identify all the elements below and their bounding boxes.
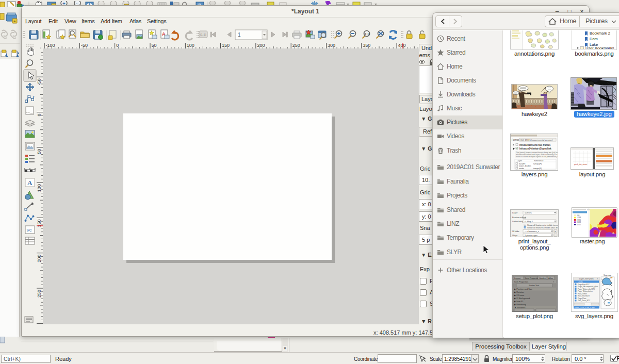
svg-text:Bookmark 2: Bookmark 2	[590, 31, 610, 36]
svg-text:▶ Item ID: ▶ Item ID	[514, 300, 523, 303]
svg-text:▶ Position and Size: ▶ Position and Size	[514, 288, 533, 290]
svg-text:tampa(P): tampa(P)	[533, 162, 542, 165]
svg-text:¥ photo-signs: ¥ photo-signs	[525, 234, 537, 237]
svg-text:ToR_Paris_BTC: ToR_Paris_BTC	[578, 300, 591, 302]
svg-text:-50: -50	[37, 78, 42, 85]
svg-text:Item Properties: Item Properties	[514, 280, 528, 283]
svg-text:50: 50	[152, 43, 157, 48]
svg-text:water is alone multiple layers: water is alone multiple layers is set [i…	[516, 156, 558, 158]
svg-text:▼ Variables: ▼ Variables	[514, 306, 525, 309]
svg-text:Linked map: Linked map	[512, 220, 524, 223]
svg-text:Infozoznam/Link two frames: Infozoznam/Link two frames	[519, 144, 551, 146]
svg-text:Page Plots: Page Plots	[578, 297, 587, 300]
svg-text:Layer: Layer	[512, 211, 518, 214]
svg-text:×: ×	[597, 278, 598, 280]
svg-text:Feature extent: Feature extent	[512, 216, 527, 219]
svg-text:4,512: 4,512	[577, 224, 581, 226]
svg-text:350: 350	[363, 43, 370, 48]
svg-text:2,336: 2,336	[577, 219, 581, 221]
svg-text:▶ ☑ Background: ▶ ☑ Background	[514, 297, 530, 300]
svg-text:Page First BTC: Page First BTC	[578, 284, 590, 286]
svg-text:Ways: Ways	[512, 234, 517, 237]
svg-text:ISO 19115 (experimental versio: ISO 19115 (experimental version)	[520, 139, 553, 141]
svg-text:Format: Format	[512, 139, 519, 141]
svg-text:Infozozn24r/what-t2/vyrn/link: Infozozn24r/what-t2/vyrn/link	[519, 147, 551, 150]
svg-text:250: 250	[292, 43, 300, 48]
svg-text:Layer 2009 (26n): Layer 2009 (26n)	[579, 278, 593, 280]
svg-text:1,248: 1,248	[577, 217, 581, 219]
svg-text:▶ Rotation: ▶ Rotation	[514, 291, 524, 293]
svg-text:sc: sc	[26, 228, 32, 233]
svg-text:150: 150	[222, 43, 230, 48]
svg-text:Page_PA composite_glow: Page_PA composite_glow	[578, 286, 598, 288]
svg-text:-100: -100	[46, 43, 55, 48]
svg-text:tampa(P): tampa(P)	[533, 167, 542, 170]
svg-text:roads: roads	[519, 167, 524, 170]
svg-text:User Bookmarks: User Bookmarks	[585, 46, 614, 49]
svg-text:Raster Test: Raster Test	[529, 284, 540, 287]
svg-text:Page_Waterplottes: Page_Waterplottes	[578, 290, 593, 292]
svg-text:authors: authors	[525, 211, 532, 214]
svg-text:100: 100	[187, 43, 194, 48]
svg-text:-50: -50	[81, 43, 88, 48]
svg-text:50: 50	[37, 149, 42, 154]
svg-text:400: 400	[398, 43, 406, 48]
svg-text:Atlas: Atlas	[548, 277, 553, 279]
svg-text:Layout: Layout	[514, 277, 521, 279]
svg-text:300: 300	[328, 43, 335, 48]
svg-text:200: 200	[257, 43, 265, 48]
svg-text:Page_Watercolor/BTC: Page_Watercolor/BTC	[578, 288, 595, 290]
svg-text:+: +	[13, 19, 16, 24]
svg-text:Svy map: Svy map	[604, 274, 611, 276]
svg-text:(1:1): (1:1)	[200, 33, 206, 36]
svg-text:Reference: Reference	[534, 159, 544, 162]
svg-text:Rast_Standard: Rast_Standard	[578, 295, 590, 297]
svg-text:Layer: Layer	[517, 159, 523, 162]
svg-text:Dam: Dam	[590, 37, 598, 41]
svg-text:Rast_Gimel: Rast_Gimel	[578, 293, 587, 295]
svg-text:Show all features inside atlas: Show all features inside atlas feature	[527, 226, 558, 229]
svg-text:Guides: Guides	[539, 277, 546, 279]
svg-text:(1:1): (1:1)	[364, 32, 370, 36]
svg-text:160: 160	[577, 214, 580, 217]
svg-text:3,424: 3,424	[577, 221, 581, 223]
svg-text:W.Hide: W.Hide	[512, 230, 519, 233]
svg-text:ε: ε	[555, 230, 556, 233]
svg-text:0: 0	[116, 43, 119, 48]
svg-text:Levels: Levels	[578, 281, 583, 283]
svg-text:▶ Rendering: ▶ Rendering	[514, 303, 526, 306]
svg-text:— clearance_s: — clearance_s	[525, 230, 539, 233]
svg-text:▶ □ Frame: ▶ □ Frame	[514, 294, 525, 296]
svg-text:100: 100	[37, 184, 42, 192]
svg-text:pred_plot_areas: pred_plot_areas	[574, 163, 588, 166]
svg-text:200: 200	[37, 255, 42, 262]
svg-text:1: 1	[238, 32, 241, 38]
svg-text:250: 250	[37, 290, 42, 297]
svg-text:A: A	[27, 179, 32, 187]
svg-text:Item Properties: Item Properties	[525, 277, 539, 279]
svg-text:0: Map 1: 0: Map 1	[525, 220, 533, 223]
svg-text:raster_2009_0.5m_5CMP: raster_2009_0.5m_5CMP	[575, 307, 595, 309]
svg-text:0: 0	[37, 114, 42, 117]
